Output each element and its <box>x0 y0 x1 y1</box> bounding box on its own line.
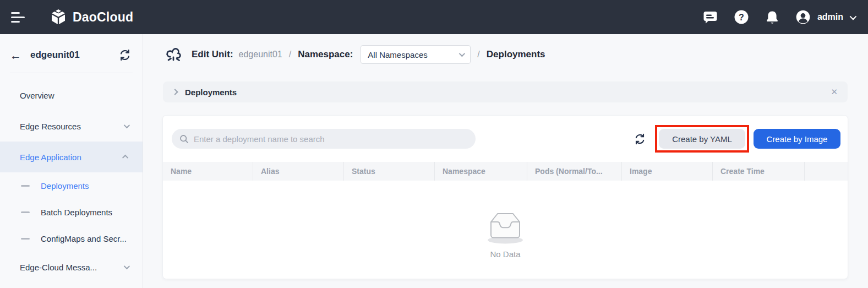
sidebar-nav: Overview Edge Resources Edge Application… <box>0 73 143 282</box>
sidebar-item-batch-deployments[interactable]: Batch Deployments <box>0 199 143 225</box>
sidebar-item-label: Edge-Cloud Messa... <box>20 263 97 272</box>
sidebar-item-label: Overview <box>20 91 54 100</box>
sidebar-item-label: ConfigMaps and Secr... <box>41 234 127 243</box>
create-by-yaml-button[interactable]: Create by YAML <box>659 129 745 149</box>
notifications-bell-icon[interactable] <box>765 9 780 25</box>
dash-icon <box>21 185 30 187</box>
brand-logo[interactable]: DaoCloud <box>50 8 133 26</box>
search-input[interactable] <box>194 134 468 144</box>
main-content: Edit Unit: edgeunit01 / Namespace: All N… <box>143 34 868 288</box>
menu-toggle-icon[interactable] <box>11 12 25 23</box>
user-menu[interactable]: admin <box>795 9 855 25</box>
empty-state: No Data <box>163 181 848 279</box>
section-title: Deployments <box>487 49 545 60</box>
separator: / <box>477 50 479 59</box>
unit-knot-icon <box>163 44 184 65</box>
svg-text:?: ? <box>739 13 744 22</box>
sidebar-item-edge-cloud-message[interactable]: Edge-Cloud Messa... <box>0 252 143 282</box>
create-by-image-button[interactable]: Create by Image <box>754 129 840 149</box>
top-navbar: DaoCloud ? <box>0 0 868 34</box>
sidebar-unit-title: edgeunit01 <box>30 50 80 61</box>
sidebar-item-label: Edge Resources <box>20 122 81 131</box>
breadcrumb-tab[interactable]: Deployments ✕ <box>163 81 848 102</box>
dash-icon <box>21 211 30 213</box>
column-header-name: Name <box>163 162 253 181</box>
column-header-status: Status <box>344 162 435 181</box>
column-header-namespace: Namespace <box>435 162 527 181</box>
column-header-pods: Pods (Normal/To... <box>527 162 622 181</box>
help-icon[interactable]: ? <box>734 9 749 25</box>
daocloud-cube-icon <box>50 8 67 26</box>
toolbar: Create by YAML Create by Image <box>163 116 848 162</box>
brand-name: DaoCloud <box>73 10 133 25</box>
search-box <box>172 129 476 149</box>
unit-header: Edit Unit: edgeunit01 / Namespace: All N… <box>163 41 848 68</box>
breadcrumb-label: Deployments <box>185 88 237 97</box>
unit-name-value: edgeunit01 <box>239 50 282 59</box>
namespace-value: All Namespaces <box>368 50 427 59</box>
avatar <box>795 9 811 25</box>
sidebar-item-deployments[interactable]: Deployments <box>0 172 143 199</box>
sidebar-item-edge-application[interactable]: Edge Application <box>0 142 143 172</box>
sidebar-item-overview[interactable]: Overview <box>0 80 143 111</box>
sidebar-item-edge-resources[interactable]: Edge Resources <box>0 111 143 142</box>
no-data-text: No Data <box>490 249 520 259</box>
table-header: Name Alias Status Namespace Pods (Normal… <box>163 162 848 181</box>
chat-icon[interactable] <box>703 9 718 25</box>
sidebar-item-label: Batch Deployments <box>41 208 112 217</box>
search-icon <box>179 134 189 144</box>
chevron-up-icon <box>122 155 128 161</box>
annotation-highlight-box: Create by YAML <box>655 125 749 153</box>
username: admin <box>817 12 843 22</box>
chevron-right-icon <box>172 89 178 95</box>
column-header-alias: Alias <box>253 162 344 181</box>
column-header-create-time: Create Time <box>713 162 805 181</box>
sidebar-item-configmaps-secrets[interactable]: ConfigMaps and Secr... <box>0 225 143 252</box>
deployments-card: Create by YAML Create by Image Name Alia… <box>163 116 848 279</box>
sidebar-item-label: Edge Application <box>20 153 81 162</box>
sidebar-item-label: Deployments <box>41 181 89 191</box>
chevron-down-icon <box>124 122 130 128</box>
no-data-inbox-icon <box>483 209 528 247</box>
close-icon[interactable]: ✕ <box>831 87 838 97</box>
separator: / <box>289 50 291 59</box>
column-header-image: Image <box>622 162 713 181</box>
column-header-actions <box>805 162 848 181</box>
refresh-icon[interactable] <box>634 133 646 145</box>
namespace-label: Namespace: <box>298 49 353 60</box>
namespace-select[interactable]: All Namespaces <box>361 45 471 64</box>
chevron-down-icon <box>124 263 130 269</box>
chevron-down-icon <box>850 13 857 20</box>
back-icon[interactable]: ← <box>10 50 21 61</box>
chevron-down-icon <box>459 51 465 57</box>
sidebar: ← edgeunit01 Overview Edge Resources <box>0 34 143 288</box>
edit-unit-label: Edit Unit: <box>192 49 233 60</box>
dash-icon <box>21 238 30 240</box>
switch-unit-icon[interactable] <box>118 48 132 62</box>
